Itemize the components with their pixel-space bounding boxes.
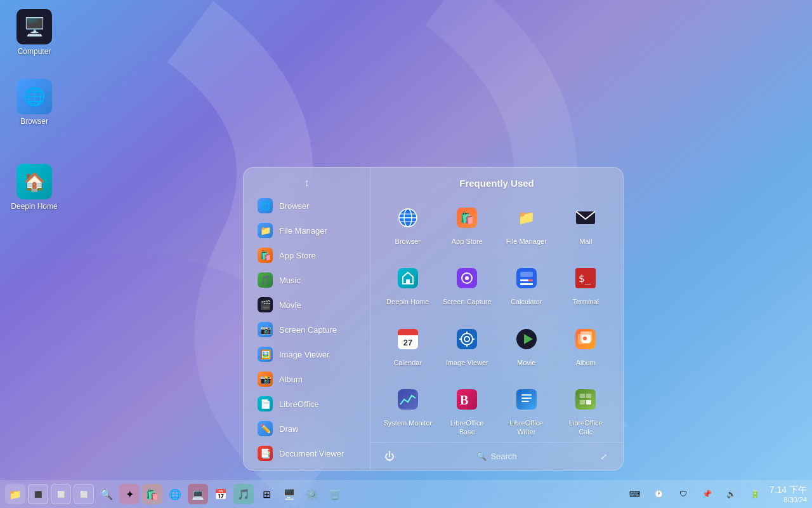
tray-keyboard[interactable]: ⌨ <box>625 484 645 504</box>
app-item-libreoffice-base[interactable]: B LibreOffice Base <box>440 378 495 442</box>
app-item-libreoffice-writer[interactable]: LibreOffice Writer <box>499 378 554 442</box>
svg-rect-48 <box>575 389 596 410</box>
svg-rect-9 <box>406 279 410 284</box>
sidebar-label-draw: Draw <box>279 424 298 434</box>
sidebar-item-file-manager[interactable]: 📁 File Manager <box>247 218 366 243</box>
desktop-icon-deepin-home[interactable]: 🏠 Deepin Home <box>9 164 60 211</box>
app-item-browser[interactable]: Browser <box>381 196 435 251</box>
sidebar-item-screen-capture[interactable]: 📷 Screen Capture <box>247 318 366 342</box>
search-bar[interactable]: 🔍 Search <box>476 451 516 461</box>
taskbar-desktop[interactable]: 🖥️ <box>279 484 299 504</box>
taskbar-trash[interactable]: 🗑️ <box>325 484 345 504</box>
app-label-app-store: App Store <box>452 237 483 246</box>
svg-rect-52 <box>586 400 591 404</box>
app-item-libreoffice-calc[interactable]: LibreOffice Calc <box>559 378 613 442</box>
sidebar-label-screen-capture: Screen Capture <box>279 325 337 335</box>
app-icon-deepin-home <box>391 262 424 295</box>
taskbar-time[interactable]: 7:14 下午 8/30/24 <box>769 485 807 504</box>
taskbar-music[interactable]: 🎵 <box>233 484 254 504</box>
tray-clock[interactable]: 🕐 <box>649 484 669 504</box>
expand-button[interactable]: ⤢ <box>595 448 613 465</box>
svg-rect-50 <box>586 394 591 398</box>
app-icon-file-manager: 📁 <box>510 201 543 234</box>
taskbar-multitask-3[interactable]: ⬜ <box>74 484 94 504</box>
time-display: 7:14 下午 <box>769 485 807 496</box>
app-icon-calculator <box>510 262 543 295</box>
sidebar-item-movie[interactable]: 🎬 Movie <box>247 293 366 317</box>
sidebar-item-album[interactable]: 📸 Album <box>247 367 366 391</box>
app-item-screen-capture[interactable]: Screen Capture <box>440 257 495 312</box>
sidebar-label-app-store: App Store <box>279 251 316 260</box>
tray-shield[interactable]: 🛡 <box>673 484 693 504</box>
desktop-icon-img-computer: 🖥️ <box>16 9 52 44</box>
app-label-terminal: Terminal <box>572 298 599 306</box>
taskbar-terminal[interactable]: 💻 <box>188 484 208 504</box>
taskbar-calendar[interactable]: 📅 <box>211 484 231 504</box>
app-icon-app-store: 🛍️ <box>450 201 483 234</box>
app-item-app-store[interactable]: 🛍️ App Store <box>440 196 495 251</box>
app-icon-libreoffice-writer <box>510 383 543 416</box>
tray-pin[interactable]: 📌 <box>697 484 717 504</box>
tray-battery[interactable]: 🔋 <box>745 484 766 504</box>
sidebar-label-movie: Movie <box>279 300 301 310</box>
launcher-title: Frequently Used <box>381 178 613 189</box>
taskbar-launcher[interactable]: ✦ <box>119 484 140 504</box>
sidebar-item-draw[interactable]: ✏️ Draw <box>247 417 366 441</box>
app-icon-image-viewer <box>450 323 483 356</box>
sidebar-label-album: Album <box>279 375 303 384</box>
sidebar-icon-draw: ✏️ <box>258 421 273 436</box>
app-item-mail[interactable]: Mail <box>559 196 613 251</box>
app-icon-mail <box>569 201 602 234</box>
taskbar-multitask-view[interactable]: ⊞ <box>256 484 277 504</box>
app-item-image-viewer[interactable]: Image Viewer <box>440 318 495 373</box>
app-icon-libreoffice-base: B <box>450 383 483 416</box>
app-item-album[interactable]: Album <box>559 318 613 373</box>
sidebar-item-app-store[interactable]: 🛍️ App Store <box>247 243 366 267</box>
sidebar-icon-music: 🎵 <box>258 272 273 288</box>
tray-volume[interactable]: 🔊 <box>721 484 742 504</box>
taskbar-settings[interactable]: ⚙️ <box>302 484 322 504</box>
sidebar-icon-movie: 🎬 <box>258 297 273 312</box>
sidebar-icon-document-viewer: 📑 <box>258 446 273 461</box>
app-label-calendar: Calendar <box>393 359 422 367</box>
app-item-calendar[interactable]: 27 Calendar <box>381 318 435 373</box>
app-label-system-monitor: System Monitor <box>384 419 432 427</box>
app-item-movie[interactable]: Movie <box>499 318 554 373</box>
sort-button[interactable]: ↕ <box>244 175 370 193</box>
desktop-icon-img-browser: 🌐 <box>16 79 52 114</box>
svg-rect-44 <box>516 389 537 410</box>
svg-text:$_: $_ <box>579 272 591 284</box>
svg-rect-49 <box>580 394 585 398</box>
app-label-movie: Movie <box>517 359 535 367</box>
taskbar-multitask-1[interactable]: ⬛ <box>28 484 48 504</box>
svg-rect-41 <box>398 389 418 410</box>
app-label-libreoffice-base: LibreOffice Base <box>443 419 492 436</box>
sidebar-item-browser[interactable]: 🌐 Browser <box>247 194 366 218</box>
app-item-terminal[interactable]: $_ Terminal <box>559 257 613 312</box>
taskbar-search[interactable]: 🔍 <box>96 484 117 504</box>
app-item-file-manager[interactable]: 📁 File Manager <box>499 196 554 251</box>
taskbar-browser[interactable]: 🌐 <box>165 484 185 504</box>
app-label-libreoffice-writer: LibreOffice Writer <box>502 419 551 436</box>
app-label-browser: Browser <box>395 237 421 246</box>
sidebar-item-document-viewer[interactable]: 📑 Document Viewer <box>247 441 366 465</box>
taskbar-app-store[interactable]: 🛍️ <box>142 484 162 504</box>
power-button[interactable]: ⏻ <box>381 448 398 465</box>
sidebar-icon-file-manager: 📁 <box>258 223 273 238</box>
taskbar-multitask-2[interactable]: ⬜ <box>51 484 71 504</box>
app-item-calculator[interactable]: Calculator <box>499 257 554 312</box>
sidebar-label-music: Music <box>279 276 301 285</box>
taskbar: 📁 ⬛ ⬜ ⬜ 🔍 ✦ 🛍️ 🌐 💻 📅 🎵 ⊞ 🖥️ ⚙️ 🗑️ ⌨ 🕐 🛡 … <box>0 480 812 508</box>
svg-point-40 <box>583 337 587 340</box>
desktop-icon-computer[interactable]: 🖥️ Computer <box>9 9 60 56</box>
sidebar-item-image-viewer[interactable]: 🖼️ Image Viewer <box>247 342 366 366</box>
sidebar-item-libreoffice[interactable]: 📄 LibreOffice <box>247 392 366 416</box>
app-item-system-monitor[interactable]: System Monitor <box>381 378 435 442</box>
app-item-deepin-home[interactable]: Deepin Home <box>381 257 435 312</box>
launcher: ↕ 🌐 Browser 📁 File Manager 🛍️ App Store … <box>243 167 624 471</box>
sidebar-item-text-editor[interactable]: 📝 Text Editor <box>247 466 366 470</box>
sidebar-item-music[interactable]: 🎵 Music <box>247 268 366 292</box>
desktop-icon-browser[interactable]: 🌐 Browser <box>9 79 60 126</box>
sidebar-icon-libreoffice: 📄 <box>258 396 273 411</box>
taskbar-file-manager[interactable]: 📁 <box>5 484 25 504</box>
